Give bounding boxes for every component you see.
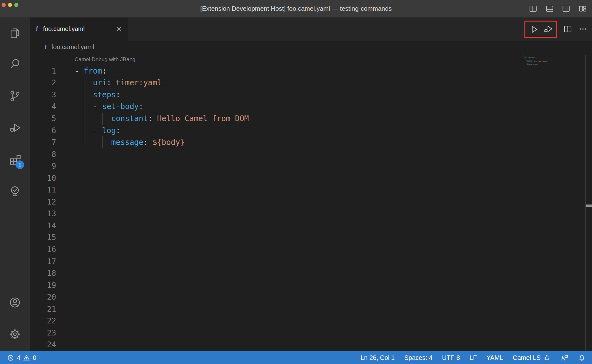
code-line-1[interactable]: 1- from: — [30, 65, 582, 77]
encoding[interactable]: UTF-8 — [437, 354, 465, 361]
sidebar-item-extensions[interactable]: 1 — [9, 153, 21, 166]
codelens-camel-debug[interactable]: Camel Debug with JBang — [75, 55, 135, 64]
code-line-7[interactable]: 7 message: ${body} — [30, 136, 582, 148]
minimap-code[interactable]: - from: uri: timer:yaml steps: - set-bod… — [522, 55, 582, 94]
customize-layout-icon[interactable] — [578, 4, 587, 13]
title-bar: [Extension Development Host] foo.camel.y… — [0, 0, 592, 17]
thumbs-up-icon — [543, 354, 551, 361]
breadcrumb-file[interactable]: foo.camel.yaml — [51, 43, 94, 51]
line-number: 11 — [30, 185, 56, 194]
line-number: 20 — [30, 293, 56, 302]
line-number: 6 — [30, 126, 56, 135]
code-line-23[interactable]: 23 — [30, 327, 582, 339]
code-line-22[interactable]: 22 — [30, 315, 582, 327]
editor-group: ! foo.camel.yaml ! foo. — [30, 17, 592, 351]
run-button[interactable] — [529, 24, 538, 34]
overview-ruler-cursor-mark — [586, 205, 592, 207]
code-line-8[interactable]: 8 — [30, 148, 582, 160]
window: { "window": { "title": "[Extension Devel… — [0, 0, 592, 364]
line-number: 16 — [30, 245, 56, 254]
feedback-item[interactable] — [556, 354, 573, 362]
toggle-panel-icon[interactable] — [545, 4, 554, 13]
sidebar-item-run-and-debug[interactable] — [9, 121, 21, 134]
cursor-position[interactable]: Ln 26, Col 1 — [356, 354, 399, 361]
split-editor-button[interactable] — [563, 24, 572, 34]
line-number: 15 — [30, 233, 56, 242]
eol-sequence[interactable]: LF — [465, 354, 482, 361]
tab-label: foo.camel.yaml — [43, 25, 85, 33]
code-line-18[interactable]: 18 — [30, 267, 582, 279]
account-icon — [9, 296, 21, 309]
line-number: 14 — [30, 221, 56, 230]
sidebar-item-camel-tests[interactable] — [9, 185, 21, 198]
error-count: 4 — [17, 354, 20, 361]
code-line-2[interactable]: 2 uri: timer:yaml — [30, 77, 582, 89]
code-line-24[interactable]: 24 — [30, 339, 582, 351]
editor-actions — [524, 17, 588, 41]
code-line-19[interactable]: 19 — [30, 279, 582, 291]
line-number: 4 — [30, 102, 56, 111]
more-actions-button[interactable] — [578, 24, 588, 34]
code-line-6[interactable]: 6 - log: — [30, 125, 582, 137]
code-line-17[interactable]: 17 — [30, 256, 582, 268]
play-icon — [529, 24, 538, 34]
code-line-5[interactable]: 5 constant: Hello Camel from DOM — [30, 113, 582, 125]
window-title: [Extension Development Host] foo.camel.y… — [0, 0, 592, 17]
notifications-item[interactable] — [573, 354, 588, 361]
indent-guide — [84, 77, 84, 148]
yaml-file-icon: ! — [36, 25, 38, 33]
code-line-15[interactable]: 15 — [30, 232, 582, 244]
code-line-3[interactable]: 3 steps: — [30, 89, 582, 101]
more-actions-icon — [578, 24, 588, 34]
code-line-4[interactable]: 4 - set-body: — [30, 101, 582, 113]
tree-check-icon — [9, 185, 21, 198]
source-control-icon — [9, 90, 21, 102]
code-line-9[interactable]: 9 — [30, 160, 582, 172]
feedback-person-icon — [561, 354, 569, 362]
code-line-12[interactable]: 12 — [30, 196, 582, 208]
sidebar-item-explorer[interactable] — [9, 27, 21, 40]
line-number: 7 — [30, 138, 56, 147]
line-number: 9 — [30, 162, 56, 171]
split-editor-icon — [563, 24, 572, 34]
line-number: 22 — [30, 316, 56, 325]
debug-icon — [9, 121, 21, 134]
language-mode[interactable]: YAML — [482, 354, 508, 361]
line-number: 5 — [30, 114, 56, 123]
status-bar: 4 0 Ln 26, Col 1 Spaces: 4 UTF-8 LF YAML… — [0, 351, 592, 364]
close-tab-icon[interactable] — [115, 26, 122, 33]
code-line-16[interactable]: 16 — [30, 244, 582, 256]
warning-count: 0 — [33, 354, 36, 361]
sidebar-item-search[interactable] — [9, 58, 21, 70]
code-line-10[interactable]: 10 — [30, 172, 582, 184]
tab-bar: ! foo.camel.yaml — [30, 17, 592, 41]
gear-icon — [9, 328, 21, 341]
highlighted-actions — [524, 21, 557, 38]
toggle-secondary-sidebar-icon[interactable] — [562, 4, 570, 13]
code-line-20[interactable]: 20 — [30, 291, 582, 303]
toggle-primary-sidebar-icon[interactable] — [529, 4, 537, 13]
code-line-21[interactable]: 21 — [30, 303, 582, 315]
camel-ls-label: Camel LS — [513, 354, 541, 361]
sidebar-item-accounts[interactable] — [9, 296, 21, 309]
problems-indicator[interactable]: 4 0 — [7, 354, 36, 361]
activity-bar: 1 — [0, 17, 30, 351]
debug-run-button[interactable] — [543, 24, 553, 34]
error-icon — [7, 354, 14, 361]
line-number: 17 — [30, 257, 56, 266]
sidebar-item-source-control[interactable] — [9, 90, 21, 102]
line-number: 18 — [30, 269, 56, 278]
code-line-14[interactable]: 14 — [30, 220, 582, 232]
indentation[interactable]: Spaces: 4 — [399, 354, 437, 361]
code-line-11[interactable]: 11 — [30, 184, 582, 196]
line-number: 13 — [30, 209, 56, 218]
line-number: 2 — [30, 78, 56, 87]
sidebar-item-settings[interactable] — [9, 328, 21, 341]
code-line-13[interactable]: 13 — [30, 208, 582, 220]
warning-icon — [23, 354, 30, 361]
tab-foo-camel-yaml[interactable]: ! foo.camel.yaml — [30, 17, 128, 41]
breadcrumb[interactable]: ! foo.camel.yaml — [30, 41, 94, 53]
indent-guide — [102, 113, 103, 125]
camel-ls-status[interactable]: Camel LS — [508, 354, 556, 361]
line-number: 19 — [30, 281, 56, 290]
